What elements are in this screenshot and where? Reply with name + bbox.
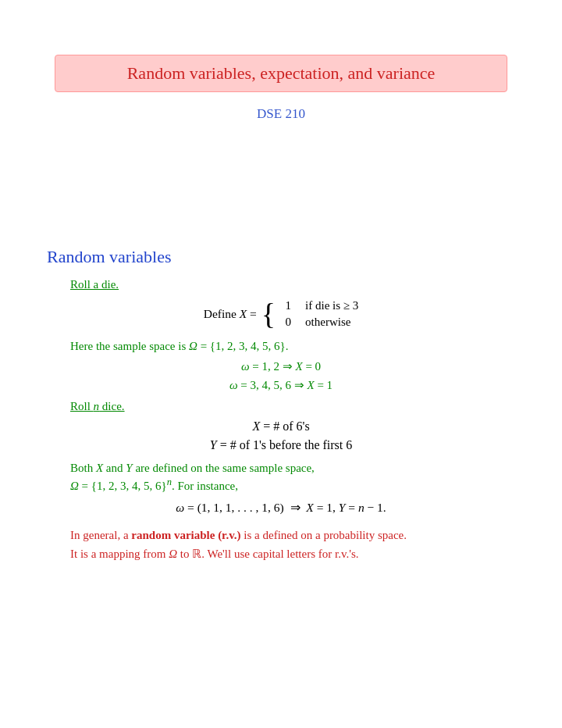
section-heading: Random variables	[47, 247, 515, 267]
subtitle: DSE 210	[47, 106, 515, 122]
left-brace-icon: {	[261, 299, 276, 329]
brace-case-1: 1 if die is ≥ 3	[280, 299, 358, 312]
rv-definition-text: In general, a random variable (r.v.) is …	[70, 526, 492, 563]
omega-instance-eq: ω = (1, 1, 1, . . . , 1, 6) ⇒ X = 1, Y =…	[47, 501, 515, 515]
page-title: Random variables, expectation, and varia…	[127, 63, 436, 83]
omega-set-text: Ω = {1, 2, 3, 4, 5, 6}n. For instance,	[70, 476, 515, 493]
page: Random variables, expectation, and varia…	[0, 0, 562, 728]
title-box: Random variables, expectation, and varia…	[55, 55, 507, 92]
define-x-label: Define X =	[204, 307, 257, 321]
x-definition: X = # of 6's	[47, 419, 515, 434]
subsection-label-roll-die: Roll a die.	[70, 278, 515, 291]
section-random-variables: Random variables Roll a die. Define X = …	[47, 247, 515, 563]
both-xy-text: Both X and Y are defined on the same sam…	[70, 462, 515, 475]
omega-eq-1: ω = 1, 2 ⇒ X = 0	[47, 359, 515, 373]
brace-cases: 1 if die is ≥ 3 0 otherwise	[280, 299, 358, 329]
subsection-label-roll-n-dice: Roll n dice.	[70, 400, 515, 413]
define-x-equation: Define X = { 1 if die is ≥ 3 0 otherwise	[47, 299, 515, 329]
omega-eq-2: ω = 3, 4, 5, 6 ⇒ X = 1	[47, 378, 515, 392]
brace-case-2: 0 otherwise	[280, 316, 358, 329]
sample-space-text: Here the sample space is Ω = {1, 2, 3, 4…	[70, 340, 515, 353]
y-definition: Y = # of 1's before the first 6	[47, 438, 515, 452]
